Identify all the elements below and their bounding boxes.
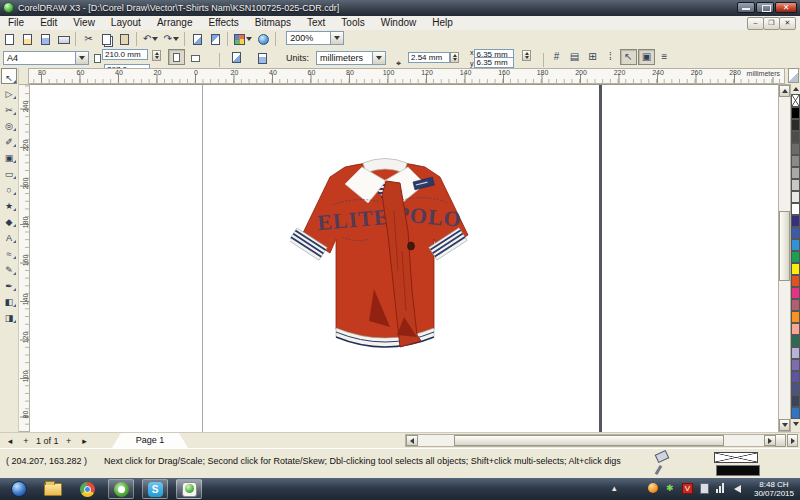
palette-scroll-down-icon[interactable]	[793, 422, 799, 426]
color-swatch[interactable]	[791, 143, 800, 155]
snap-to-grid-button[interactable]: #	[548, 49, 565, 65]
add-page-before-button[interactable]: +	[20, 435, 32, 447]
add-page-after-button[interactable]: +	[63, 435, 75, 447]
color-swatch[interactable]	[791, 263, 800, 275]
color-swatch[interactable]	[791, 191, 800, 203]
color-swatch[interactable]	[791, 299, 800, 311]
units-combo[interactable]: millimeters	[316, 51, 386, 65]
horizontal-scrollbar[interactable]	[405, 434, 777, 447]
open-button[interactable]	[19, 31, 36, 47]
vertical-scrollbar[interactable]	[778, 84, 791, 432]
close-button[interactable]: ✕	[775, 2, 797, 13]
color-swatch[interactable]	[791, 383, 800, 395]
all-pages-button[interactable]	[224, 49, 248, 65]
app-launcher-button[interactable]	[232, 31, 254, 47]
nudge-spinner[interactable]	[450, 52, 459, 63]
import-button[interactable]	[189, 31, 206, 47]
color-swatch[interactable]	[791, 347, 800, 359]
color-swatch[interactable]	[791, 311, 800, 323]
color-swatch[interactable]	[791, 323, 800, 335]
scroll-up-icon[interactable]	[779, 85, 790, 97]
corel-online-button[interactable]	[255, 31, 272, 47]
color-swatch[interactable]	[791, 131, 800, 143]
color-swatch[interactable]	[791, 203, 800, 215]
drawing-canvas[interactable]: ELITE POLO	[30, 84, 778, 433]
palette-scroll-up-icon[interactable]	[793, 87, 799, 91]
duplicate-y-field[interactable]: 6.35 mm	[474, 57, 514, 68]
zoom-level-combo[interactable]: 200%	[286, 31, 344, 45]
print-button[interactable]	[55, 31, 72, 47]
new-button[interactable]	[1, 31, 18, 47]
color-swatch[interactable]	[791, 275, 800, 287]
units-combo-arrow-icon[interactable]	[372, 52, 385, 64]
minimize-button[interactable]	[737, 2, 755, 13]
freehand-tool[interactable]: ✐	[1, 132, 17, 148]
menu-item-edit[interactable]: Edit	[32, 16, 65, 29]
snap-to-objects-button[interactable]: ⊞	[584, 49, 601, 65]
eyedropper-tool[interactable]: ✎	[1, 260, 17, 276]
landscape-button[interactable]	[187, 50, 204, 66]
taskbar-clock[interactable]: 8:48 CH 30/07/2015	[754, 480, 794, 498]
menu-item-text[interactable]: Text	[299, 16, 333, 29]
nonprinting-chars-button[interactable]: ≡	[656, 49, 673, 65]
tray-overflow-icon[interactable]: ▴	[612, 483, 617, 493]
no-color-swatch[interactable]	[791, 94, 800, 107]
tshirt-artwork[interactable]: ELITE POLO	[290, 151, 480, 356]
color-swatch[interactable]	[791, 395, 800, 407]
last-page-button[interactable]: ▸	[79, 435, 91, 447]
color-swatch[interactable]	[791, 251, 800, 263]
tray-network-icon[interactable]	[716, 483, 728, 493]
portrait-button[interactable]	[168, 49, 185, 65]
text-tool[interactable]: A	[1, 228, 17, 244]
menu-item-layout[interactable]: Layout	[103, 16, 149, 29]
crop-tool[interactable]: ✂	[1, 100, 17, 116]
undo-button[interactable]: ↶	[141, 31, 160, 47]
menu-item-file[interactable]: File	[0, 16, 32, 29]
color-swatch[interactable]	[791, 287, 800, 299]
scroll-down-icon[interactable]	[779, 419, 790, 431]
first-page-button[interactable]: ◂	[4, 435, 16, 447]
paper-width-field[interactable]: 210.0 mm	[102, 49, 148, 60]
color-swatch[interactable]	[791, 215, 800, 227]
menu-item-bitmaps[interactable]: Bitmaps	[247, 16, 299, 29]
paper-combo-arrow-icon[interactable]	[75, 52, 88, 64]
paste-button[interactable]	[116, 31, 133, 47]
snap-to-guidelines-button[interactable]: ▤	[566, 49, 583, 65]
doc-restore-button[interactable]: ❐	[763, 17, 780, 30]
paper-type-combo[interactable]: A4	[3, 51, 89, 65]
horizontal-scroll-thumb[interactable]	[454, 435, 724, 446]
menu-item-effects[interactable]: Effects	[200, 16, 246, 29]
dynamic-guides-button[interactable]: ⁞	[602, 49, 619, 65]
maximize-button[interactable]	[756, 2, 774, 13]
chrome-taskbar-icon[interactable]	[74, 479, 100, 499]
selection-mode-button[interactable]: ▣	[638, 49, 655, 65]
menu-item-arrange[interactable]: Arrange	[149, 16, 201, 29]
outline-tool[interactable]: ✒	[1, 276, 17, 292]
zoom-combo-arrow-icon[interactable]	[330, 32, 343, 44]
tray-clipboard-icon[interactable]	[700, 483, 709, 494]
zoom-tool[interactable]: ◎	[1, 116, 17, 132]
skype-taskbar-icon[interactable]: S	[142, 479, 168, 499]
treat-as-filled-button[interactable]: ↖	[620, 49, 637, 65]
color-swatch[interactable]	[791, 371, 800, 383]
horizontal-ruler[interactable]: millimeters 8060402002040608010012014016…	[28, 68, 785, 84]
paper-size-spinner[interactable]	[152, 50, 161, 61]
menu-item-window[interactable]: Window	[373, 16, 425, 29]
menu-item-tools[interactable]: Tools	[333, 16, 372, 29]
color-swatch[interactable]	[791, 407, 800, 419]
color-swatch[interactable]	[791, 239, 800, 251]
doc-close-button[interactable]: ✕	[779, 17, 796, 30]
export-button[interactable]	[207, 31, 224, 47]
color-swatch[interactable]	[791, 359, 800, 371]
basic-shapes-tool[interactable]: ◆	[1, 212, 17, 228]
color-swatch[interactable]	[791, 119, 800, 131]
start-button[interactable]	[6, 479, 32, 499]
explorer-taskbar-icon[interactable]	[40, 479, 66, 499]
save-button[interactable]	[37, 31, 54, 47]
nudge-field[interactable]: 2.54 mm	[408, 52, 450, 63]
page-tab[interactable]: Page 1	[112, 433, 188, 448]
doc-minimize-button[interactable]: –	[747, 17, 764, 30]
pane-split-button[interactable]	[775, 434, 786, 447]
duplicate-spinner[interactable]	[522, 50, 531, 61]
interactive-fill-tool[interactable]: ◨	[1, 308, 17, 324]
